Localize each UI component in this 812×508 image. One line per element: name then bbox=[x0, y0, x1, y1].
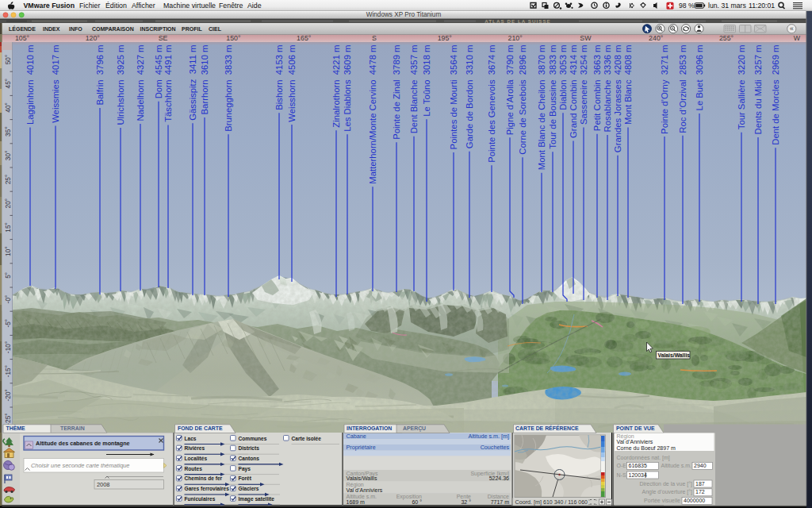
svg-text:Tour de Boussine 3833 m: Tour de Boussine 3833 m bbox=[548, 45, 557, 149]
svg-text:Windows XP Pro Titanium: Windows XP Pro Titanium bbox=[366, 11, 442, 18]
svg-text:-10°: -10° bbox=[4, 341, 12, 353]
svg-text:Fichier: Fichier bbox=[79, 2, 100, 10]
svg-text:Forêt: Forêt bbox=[239, 475, 252, 481]
svg-text:ATLAS DE LA SUISSE: ATLAS DE LA SUISSE bbox=[485, 18, 551, 24]
svg-text:-20°: -20° bbox=[4, 389, 12, 401]
svg-text:Districts: Districts bbox=[239, 445, 260, 451]
svg-text:Diablon 3053 m: Diablon 3053 m bbox=[558, 45, 568, 110]
svg-text:W: W bbox=[794, 34, 801, 42]
svg-text:SW: SW bbox=[580, 34, 592, 42]
svg-text:Coordonnées nat. [m]: Coordonnées nat. [m] bbox=[617, 455, 670, 461]
svg-text:120034: 120034 bbox=[629, 472, 647, 478]
svg-text:Routes: Routes bbox=[185, 466, 203, 471]
svg-text:5°: 5° bbox=[4, 272, 12, 279]
svg-text:60 °: 60 ° bbox=[412, 499, 422, 505]
svg-text:Nadelhorn 4327 m: Nadelhorn 4327 m bbox=[136, 45, 145, 121]
svg-text:Corne de Sorebois 2896 m: Corne de Sorebois 2896 m bbox=[518, 45, 527, 155]
svg-text:Afficher: Afficher bbox=[132, 2, 155, 10]
svg-text:Pays: Pays bbox=[239, 466, 251, 472]
svg-text:Barrhorn 3610 m: Barrhorn 3610 m bbox=[200, 45, 209, 115]
svg-text:616835: 616835 bbox=[629, 463, 647, 468]
svg-text:-15°: -15° bbox=[4, 365, 12, 377]
svg-text:APERÇU: APERÇU bbox=[403, 425, 426, 432]
svg-text:187: 187 bbox=[695, 481, 705, 487]
svg-text:Couchettes: Couchettes bbox=[481, 444, 510, 451]
svg-text:120°: 120° bbox=[86, 34, 100, 42]
svg-text:-5°: -5° bbox=[4, 319, 12, 328]
svg-text:Propriétaire: Propriétaire bbox=[347, 444, 376, 451]
svg-text:CIEL: CIEL bbox=[209, 26, 222, 32]
svg-text:Chemins de fer: Chemins de fer bbox=[185, 475, 223, 481]
svg-text:Dents du Midi 3257 m: Dents du Midi 3257 m bbox=[753, 45, 763, 135]
svg-text:Pointe de Zinal 3789 m: Pointe de Zinal 3789 m bbox=[392, 45, 401, 140]
svg-text:Dom 4545 m: Dom 4545 m bbox=[154, 45, 163, 99]
svg-text:165°: 165° bbox=[297, 34, 311, 42]
svg-text:1689 m: 1689 m bbox=[347, 499, 366, 505]
svg-text:Funiculaires: Funiculaires bbox=[185, 496, 216, 502]
svg-text:Garde de Bordon 3310 m: Garde de Bordon 3310 m bbox=[465, 45, 474, 149]
svg-text:Corne du Boeuf 2897 m: Corne du Boeuf 2897 m bbox=[617, 445, 676, 451]
svg-text:POINT DE VUE: POINT DE VUE bbox=[616, 425, 655, 431]
svg-text:INTERROGATION: INTERROGATION bbox=[347, 425, 392, 431]
svg-text:50°: 50° bbox=[4, 55, 12, 65]
svg-text:Angle d’ouverture [°]: Angle d’ouverture [°] bbox=[642, 489, 692, 495]
svg-text:Aide: Aide bbox=[247, 2, 262, 10]
svg-text:Zinalrothorn 4221 m: Zinalrothorn 4221 m bbox=[331, 45, 341, 128]
svg-text:Pointe d’Orny 3271 m: Pointe d’Orny 3271 m bbox=[660, 45, 669, 134]
svg-text:INSCRIPTION: INSCRIPTION bbox=[140, 26, 176, 32]
svg-text:Rosablanche 3336 m: Rosablanche 3336 m bbox=[603, 45, 612, 133]
svg-text:Le Buet 3096 m: Le Buet 3096 m bbox=[695, 45, 704, 111]
svg-text:«: « bbox=[790, 25, 794, 33]
svg-text:11:20:01: 11:20:01 bbox=[749, 2, 775, 10]
svg-text:COMPARAISON: COMPARAISON bbox=[92, 26, 134, 32]
svg-text:N-S: N-S bbox=[617, 472, 626, 478]
svg-text:FOND DE CARTE: FOND DE CARTE bbox=[178, 425, 223, 431]
svg-text:Valais/Wallis: Valais/Wallis bbox=[347, 475, 377, 481]
svg-text:CARTE DE RÉFÉRENCE: CARTE DE RÉFÉRENCE bbox=[515, 425, 579, 431]
svg-text:255°: 255° bbox=[719, 34, 733, 42]
svg-text:Édition: Édition bbox=[105, 2, 127, 10]
svg-text:Coord. [m]: Coord. [m] bbox=[515, 498, 542, 506]
svg-text:Choisir une seconde carte thém: Choisir une seconde carte thématique bbox=[31, 462, 129, 469]
svg-text:Cabane: Cabane bbox=[347, 433, 366, 440]
svg-text:Brunegghorn 3833 m: Brunegghorn 3833 m bbox=[224, 45, 233, 132]
svg-text:Les Diablons 3609 m: Les Diablons 3609 m bbox=[343, 45, 352, 132]
svg-text:Val d’Anniviers: Val d’Anniviers bbox=[617, 439, 653, 444]
svg-text:Grandes Jorasses 4208 m: Grandes Jorasses 4208 m bbox=[613, 45, 622, 153]
svg-text:Rivières: Rivières bbox=[185, 445, 205, 451]
svg-text:Matterhorn/Monte Cervino 4478: Matterhorn/Monte Cervino 4478 m bbox=[368, 45, 377, 184]
svg-text:240°: 240° bbox=[649, 34, 663, 42]
svg-text:Grand Combin 4314 m: Grand Combin 4314 m bbox=[569, 45, 578, 138]
svg-text:Communes: Communes bbox=[239, 436, 267, 441]
svg-text:5224.36: 5224.36 bbox=[489, 475, 509, 481]
svg-text:10°: 10° bbox=[4, 246, 12, 256]
svg-text:Fenêtre: Fenêtre bbox=[219, 2, 243, 10]
svg-text:172: 172 bbox=[695, 489, 705, 495]
svg-text:2008: 2008 bbox=[97, 481, 109, 488]
svg-text:Valais/Wallis: Valais/Wallis bbox=[658, 352, 691, 358]
svg-text:VMware Fusion: VMware Fusion bbox=[24, 2, 75, 10]
svg-text:25°: 25° bbox=[4, 175, 12, 185]
svg-text:7717 m: 7717 m bbox=[491, 499, 510, 505]
svg-text:98 %: 98 % bbox=[679, 2, 695, 10]
svg-text:Localités: Localités bbox=[185, 456, 208, 461]
svg-text:SE: SE bbox=[159, 34, 168, 42]
svg-text:INDEX: INDEX bbox=[43, 26, 60, 32]
svg-text:Lagginhorn 4010 m: Lagginhorn 4010 m bbox=[25, 45, 35, 125]
svg-text:S: S bbox=[372, 34, 377, 42]
svg-text:45°: 45° bbox=[4, 79, 12, 89]
svg-text:210°: 210° bbox=[508, 34, 522, 42]
svg-text:35°: 35° bbox=[4, 126, 12, 137]
svg-text:Täschhorn 4491 m: Täschhorn 4491 m bbox=[163, 45, 173, 122]
svg-text:Mont Blanc 4808 m: Mont Blanc 4808 m bbox=[623, 45, 633, 125]
svg-text:Altitude s.m. [m]: Altitude s.m. [m] bbox=[468, 433, 509, 440]
svg-text:O-E: O-E bbox=[617, 463, 627, 468]
svg-text:Roc d’Orzival 2853 m: Roc d’Orzival 2853 m bbox=[678, 45, 688, 133]
svg-text:Direction de la vue [°]: Direction de la vue [°] bbox=[639, 481, 692, 487]
svg-text:Balfrin 3796 m: Balfrin 3796 m bbox=[95, 45, 105, 106]
svg-text:Carte isolée: Carte isolée bbox=[292, 436, 322, 441]
svg-text:Portée visuelle: Portée visuelle bbox=[644, 498, 680, 503]
svg-text:Pigne d’Arolla 3790 m: Pigne d’Arolla 3790 m bbox=[505, 45, 515, 136]
svg-text:32 °: 32 ° bbox=[461, 499, 471, 505]
svg-text:Pointes de Mourti 3564 m: Pointes de Mourti 3564 m bbox=[449, 45, 458, 150]
